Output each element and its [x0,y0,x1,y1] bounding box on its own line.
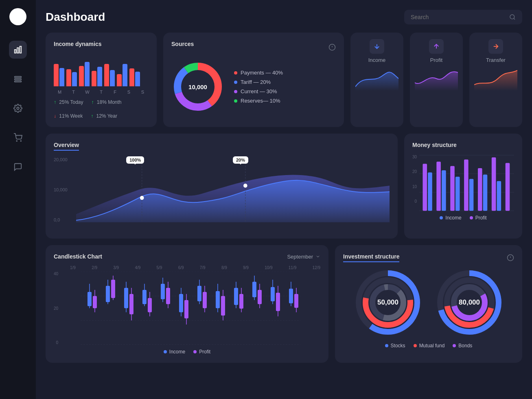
search-input[interactable] [411,14,505,20]
svg-rect-94 [294,294,298,308]
stat-week: ↓ 11% Week [54,113,83,119]
transfer-label: Transfer [486,57,506,63]
avatar[interactable] [9,8,26,25]
dot-profit [470,216,473,219]
investment-title: Investment structure [343,253,399,262]
sidebar-item-message[interactable] [9,158,27,176]
il-mutual: Mutual fund [414,343,445,349]
legend-payments-label: Payments — 40% [241,70,283,76]
days-row: M T W T F S S [54,90,149,94]
stat-today: ↑ 25% Today [54,99,83,105]
dot-mutual [414,344,417,347]
main-content: Dashboard Income dynamics [36,0,532,399]
investment-legend: Stocks Mutual fund Bonds [343,343,514,349]
svg-point-25 [243,184,247,188]
il-stocks: Stocks [385,343,405,349]
bar-group-m [54,64,64,86]
my-0: 0 [412,199,417,204]
period-selector[interactable]: September [287,254,320,260]
sidebar-item-cart[interactable] [9,129,27,147]
sidebar-item-settings[interactable] [9,99,27,117]
svg-rect-34 [450,166,455,211]
sources-title: Sources [171,41,194,47]
money-profit-label: Profit [475,215,487,221]
svg-rect-86 [258,290,262,304]
svg-rect-82 [239,294,243,309]
day-w: W [81,90,93,94]
my-20: 20 [412,169,417,174]
cy-20: 20 [54,306,58,311]
investment-card: Investment structure [335,245,522,363]
bar-s2-red [129,68,134,86]
money-legend: Income Profit [412,215,514,221]
bar-group-t1 [66,69,77,86]
cl-income: Income [164,349,185,355]
donut-80k: 80,000 [435,268,504,337]
xl-10: 10/9 [265,265,272,270]
overview-title: Overview [54,142,79,151]
search-bar[interactable] [404,10,522,24]
svg-point-9 [510,15,514,19]
candlestick-title: Candlestick Chart [54,253,102,260]
bar-group-w [79,62,90,86]
svg-line-10 [514,18,515,20]
candlestick-x-labels: 1/9 2/9 3/9 4/9 5/9 6/9 7/9 8/9 9/9 10/9… [54,265,320,270]
svg-point-8 [20,140,21,141]
bar-m-blue [59,68,64,86]
profit-mini-chart [415,66,458,91]
svg-rect-62 [148,298,152,312]
sidebar-item-chart[interactable] [9,41,27,59]
xl-1: 1/9 [70,265,76,270]
bar-s1-blue [123,64,127,86]
mini-card-income: Income [350,33,403,127]
svg-rect-90 [276,293,280,311]
my-30: 30 [412,155,417,159]
money-structure-title: Money structure [412,142,514,148]
candlestick-header: Candlestick Chart September [54,253,320,260]
bar-t1-blue [72,72,77,86]
investment-header: Investment structure [343,253,514,262]
legend-current: Current — 30% [234,88,283,94]
money-structure-chart: 30 20 10 0 [412,155,514,212]
dot-reserves [234,99,237,103]
overview-header: Overview [54,142,390,151]
sidebar-item-list[interactable] [9,70,27,88]
money-income-label: Income [445,215,461,221]
bar-m-red [54,64,59,86]
header: Dashboard [46,10,522,24]
cl-profit: Profit [193,349,210,355]
search-icon [509,14,516,20]
svg-rect-80 [234,288,238,305]
svg-rect-54 [111,280,115,298]
donut-50k: 50,000 [353,268,423,337]
day-t2: T [95,90,107,94]
bar-f-blue [110,70,115,86]
xl-2: 2/9 [92,265,97,270]
svg-rect-78 [221,296,225,316]
svg-rect-1 [17,48,19,53]
sidebar [0,0,36,399]
svg-rect-84 [252,282,256,297]
xl-12: 12/9 [313,265,320,270]
xl-7: 7/9 [200,265,206,270]
income-label: Income [368,57,386,63]
day-s1: S [123,90,135,94]
info-icon [328,44,336,51]
legend-tariff-label: Tariff — 20% [241,79,271,85]
svg-point-24 [140,196,144,200]
dot-current [234,90,237,93]
xl-3: 3/9 [113,265,119,270]
money-y-labels: 30 20 10 0 [412,155,419,204]
svg-rect-58 [129,294,134,314]
money-legend-profit: Profit [470,215,487,221]
legend-reserves: Reserves— 10% [234,98,283,104]
stat-week-label: 11% Week [59,113,83,119]
transfer-mini-chart [474,66,517,91]
svg-rect-0 [15,50,16,53]
svg-rect-38 [478,168,482,211]
svg-rect-2 [20,46,22,53]
svg-rect-92 [289,289,293,303]
xl-9: 9/9 [243,265,249,270]
page-title: Dashboard [46,11,105,24]
svg-rect-31 [428,173,432,211]
